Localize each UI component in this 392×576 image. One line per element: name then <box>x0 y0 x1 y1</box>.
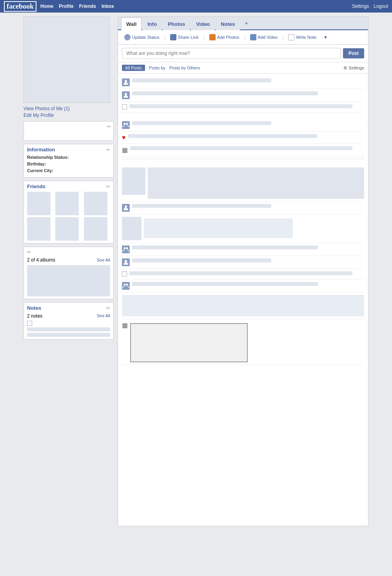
notes-edit-icon[interactable]: ✏ <box>106 305 110 311</box>
profile-photo <box>24 16 110 103</box>
post-content-5 <box>128 134 365 140</box>
filter-settings[interactable]: ⚙ Settings <box>343 65 364 71</box>
svg-point-5 <box>124 247 126 249</box>
album-placeholder <box>27 265 110 296</box>
tab-notes[interactable]: Notes <box>216 18 240 30</box>
post-line-5a <box>128 134 317 138</box>
post-avatar-10 <box>122 245 130 253</box>
bio-edit-icon[interactable]: ✏ <box>107 124 111 129</box>
add-photos-button[interactable]: Add Photos <box>207 33 242 41</box>
albums-edit-icon[interactable]: ✏ <box>27 249 31 255</box>
nav-right-links: Settings Logout <box>352 4 388 9</box>
info-edit-icon[interactable]: ✏ <box>106 147 110 153</box>
notes-see-all[interactable]: See All <box>97 313 110 319</box>
post-avatar-1 <box>122 78 130 86</box>
friend-thumb-2[interactable] <box>55 192 79 215</box>
post-checkbox-12[interactable] <box>122 271 127 276</box>
svg-point-6 <box>126 247 128 249</box>
posts-by-filter[interactable]: Posts by <box>149 65 165 70</box>
albums-section: ✏ 2 of 4 albums See All <box>24 247 114 299</box>
main-content: Wall Info Photos Video Notes + Update St… <box>118 16 368 526</box>
post-content-11 <box>132 258 364 264</box>
post-thumb-9 <box>122 217 142 240</box>
svg-point-7 <box>125 260 127 262</box>
main-container: View Photos of Me (1) Edit My Profile ✏ … <box>20 13 372 530</box>
info-title: Information <box>27 147 55 153</box>
friend-thumb-4[interactable] <box>27 217 51 241</box>
write-note-button[interactable]: Write Note <box>286 33 319 41</box>
post-avatar-8 <box>122 204 130 212</box>
sidebar-notes-section: Notes ✏ 2 notes See All <box>24 302 114 340</box>
note-item-1 <box>27 321 110 326</box>
post-row-4 <box>122 119 364 132</box>
facebook-logo: facebook <box>4 1 36 12</box>
tab-wall[interactable]: Wall <box>121 18 142 30</box>
separator-1 <box>122 159 364 163</box>
nav-profile[interactable]: Profile <box>59 4 73 9</box>
note-checkbox-1[interactable] <box>27 321 32 326</box>
post-content-14 <box>122 295 364 316</box>
nav-links: Home Profile Friends Inbox <box>40 4 114 9</box>
albums-see-all[interactable]: See All <box>97 258 110 262</box>
svg-point-8 <box>124 284 126 286</box>
sidebar: View Photos of Me (1) Edit My Profile ✏ … <box>24 16 114 526</box>
update-status-button[interactable]: Update Status <box>122 33 162 41</box>
post-row-11 <box>122 256 364 269</box>
add-video-label: Add Video <box>258 35 278 40</box>
status-input[interactable] <box>122 48 341 59</box>
status-input-row: Post <box>122 48 364 59</box>
posts-by-others-filter[interactable]: Posts by Others <box>169 65 200 70</box>
post-content-7 <box>148 167 364 199</box>
view-photos-link[interactable]: View Photos of Me (1) <box>24 106 114 111</box>
city-row: Current City: <box>27 168 110 173</box>
nav-inbox[interactable]: Inbox <box>102 4 114 9</box>
birthday-label: Birthday: <box>27 162 46 166</box>
notes-count: 2 notes <box>27 313 42 319</box>
write-note-label: Write Note <box>296 35 316 40</box>
divider-2: | <box>203 35 204 40</box>
media-icon-6: ▦ <box>122 146 128 154</box>
post-content-8 <box>132 204 364 209</box>
albums-header: ✏ <box>27 249 110 255</box>
all-posts-filter[interactable]: All Posts <box>122 65 145 71</box>
post-row-6: ▦ <box>122 144 364 156</box>
friend-thumb-3[interactable] <box>84 192 107 215</box>
divider-1: | <box>164 35 165 40</box>
post-checkbox-3[interactable] <box>122 104 127 109</box>
svg-point-4 <box>125 205 127 208</box>
post-row-1 <box>122 76 364 89</box>
post-avatar-4 <box>122 121 130 129</box>
post-button[interactable]: Post <box>343 48 364 58</box>
friend-thumb-5[interactable] <box>55 217 79 241</box>
post-row-10 <box>122 243 364 256</box>
nav-friends[interactable]: Friends <box>79 4 96 9</box>
tab-add-icon[interactable]: + <box>241 17 252 29</box>
dropdown-icon: ▼ <box>323 35 328 40</box>
film-icon-15: ▦ <box>122 322 128 329</box>
post-line-10a <box>132 245 318 249</box>
top-navigation: facebook Home Profile Friends Inbox Sett… <box>0 0 392 13</box>
tab-info[interactable]: Info <box>142 18 162 30</box>
add-video-button[interactable]: Add Video <box>248 33 280 41</box>
info-header: Information ✏ <box>27 147 110 153</box>
tab-photos[interactable]: Photos <box>163 18 190 30</box>
albums-count: 2 of 4 albums <box>27 257 55 263</box>
actions-dropdown[interactable]: ▼ <box>321 34 330 40</box>
nav-logout[interactable]: Logout <box>374 4 388 9</box>
post-content-15 <box>130 322 364 362</box>
nav-home[interactable]: Home <box>40 4 53 9</box>
friend-thumb-1[interactable] <box>27 192 51 215</box>
nav-settings[interactable]: Settings <box>352 4 369 9</box>
tab-video[interactable]: Video <box>191 18 215 30</box>
albums-count-row: 2 of 4 albums See All <box>27 257 110 263</box>
friend-thumb-6[interactable] <box>84 217 107 241</box>
update-status-label: Update Status <box>132 35 160 40</box>
post-content-9 <box>144 217 364 240</box>
friends-title: Friends <box>27 184 45 189</box>
friends-edit-icon[interactable]: ✏ <box>106 184 110 189</box>
share-link-button[interactable]: Share Link <box>168 33 201 41</box>
post-row-8 <box>122 202 364 214</box>
add-photos-label: Add Photos <box>217 35 240 40</box>
post-content-box-9 <box>144 218 293 238</box>
edit-profile-link[interactable]: Edit My Profile <box>24 113 114 118</box>
